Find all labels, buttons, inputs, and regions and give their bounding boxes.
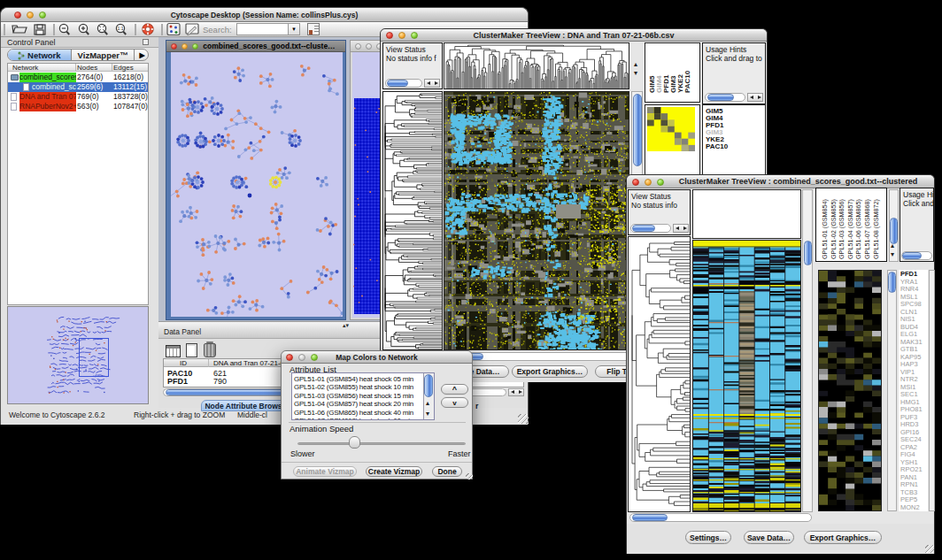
svg-text:1:1: 1:1 [118, 26, 124, 31]
svg-text:Search:: Search: [203, 25, 232, 35]
